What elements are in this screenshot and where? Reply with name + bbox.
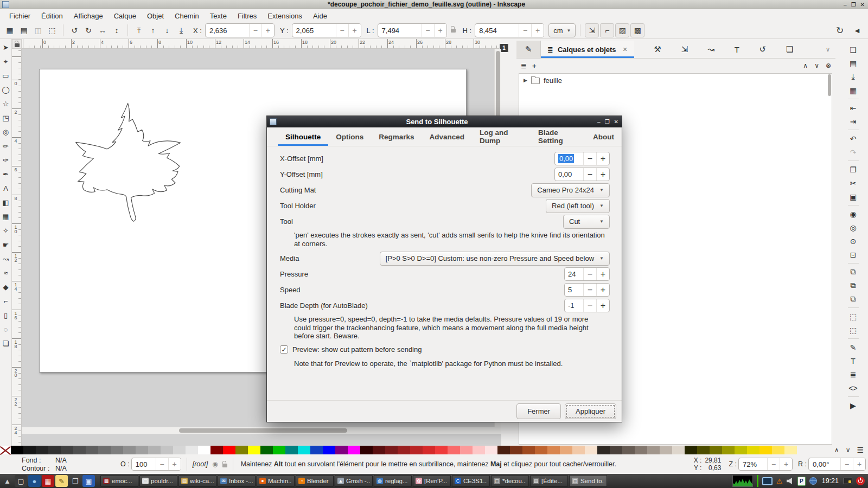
taskbar-window-decou[interactable]: ▢ *decou...	[491, 475, 529, 487]
clone-icon[interactable]: ⧉	[846, 279, 860, 292]
palette-swatch[interactable]	[435, 446, 448, 454]
tool-mesh[interactable]: ▦	[1, 210, 11, 223]
menu-item[interactable]: Fichier	[4, 10, 35, 22]
tab-layers-objects[interactable]: ≣ Calques et objets ✕	[541, 41, 634, 58]
taskbar-window-gmsh[interactable]: ▲ Gmsh -...	[335, 475, 373, 487]
palette-scroll-up-icon[interactable]: ∧	[834, 446, 839, 454]
menu-item[interactable]: Aide	[308, 10, 332, 22]
tool-spiral[interactable]: ◎	[1, 125, 11, 139]
close-button[interactable]: ✕	[860, 2, 865, 8]
menu-item[interactable]: Chemin	[170, 10, 204, 22]
taskbar-window-renpy[interactable]: ✿ [Ren'P...	[413, 475, 451, 487]
volume-warning-icon[interactable]: ⚠	[776, 477, 783, 485]
tool-connector[interactable]: ⌐	[1, 294, 11, 308]
menu-item[interactable]: Calque	[109, 10, 141, 22]
move-layer-down-icon[interactable]: ∨	[814, 62, 819, 69]
height-minus-button[interactable]: −	[519, 24, 531, 37]
palette-swatch[interactable]	[73, 446, 86, 454]
dialog-tab[interactable]: About	[585, 127, 622, 146]
palette-swatch[interactable]	[448, 446, 460, 454]
palette-swatch[interactable]	[86, 446, 98, 454]
scale-stroke-icon[interactable]: ⇲	[585, 23, 599, 37]
launcher-browser[interactable]: ●	[28, 475, 41, 487]
opacity-minus-button[interactable]: −	[156, 458, 168, 470]
speed-spinner[interactable]: 5 − +	[564, 283, 610, 297]
palette-swatch[interactable]	[585, 446, 597, 454]
dialog-maximize-button[interactable]: ❐	[605, 119, 610, 125]
zoom-input[interactable]: 72% − +	[738, 458, 793, 471]
deselect-icon[interactable]: ⬚	[846, 323, 860, 337]
canvas-gear-icon[interactable]: ⚙	[499, 425, 501, 435]
tool-calligraphy[interactable]: ✑	[1, 153, 11, 167]
print-icon[interactable]: ▦	[846, 84, 860, 97]
horizontal-scrollbar-thumb[interactable]	[179, 428, 347, 433]
rotation-minus-button[interactable]: −	[840, 458, 853, 470]
palette-swatch[interactable]	[11, 446, 23, 454]
close-tab-icon[interactable]: ✕	[623, 46, 628, 53]
palette-swatch[interactable]	[148, 446, 161, 454]
tool-holder-dropdown[interactable]: Red (left tool)▼	[546, 199, 610, 213]
palette-swatch[interactable]	[235, 446, 248, 454]
tool-node-editor[interactable]: ⌖	[1, 55, 11, 68]
palette-swatch[interactable]	[660, 446, 672, 454]
tool-tweak[interactable]: ↝	[1, 252, 11, 266]
xml-editor-icon[interactable]: <>	[846, 381, 860, 395]
dialog-tab[interactable]: Silhouette	[278, 127, 328, 146]
dock-objects-icon[interactable]: ❏	[786, 44, 793, 54]
pressure-spinner[interactable]: 24 − +	[564, 267, 610, 281]
scale-pattern-icon[interactable]: ▩	[630, 23, 644, 37]
y-offset-plus-button[interactable]: +	[596, 168, 609, 181]
more-icon[interactable]: ▶	[846, 399, 860, 412]
leaf-outline-drawing[interactable]	[54, 95, 194, 225]
no-color-swatch[interactable]	[0, 446, 11, 454]
palette-swatch[interactable]	[285, 446, 298, 454]
width-input[interactable]: 7,494 − +	[378, 23, 447, 37]
palette-swatch[interactable]	[111, 446, 123, 454]
new-document-icon[interactable]: ❏	[846, 43, 860, 56]
dialog-tab[interactable]: Blade Setting	[531, 127, 585, 146]
zoom-page-icon[interactable]: ⊙	[846, 234, 860, 248]
dialog-tab[interactable]: Regmarks	[371, 127, 422, 146]
taskbar-window-emoc[interactable]: ▦ emoc...	[100, 475, 138, 487]
tree-scrollbar[interactable]	[828, 74, 831, 96]
palette-swatch[interactable]	[248, 446, 260, 454]
palette-swatch[interactable]	[260, 446, 273, 454]
palette-swatch[interactable]	[36, 446, 48, 454]
deselect-icon[interactable]: ◫	[31, 24, 44, 37]
palette-swatch[interactable]	[747, 446, 760, 454]
rotation-input[interactable]: 0,00° − +	[808, 458, 866, 471]
taskbar-window-edite[interactable]: ▤ [Édite...	[530, 475, 568, 487]
x-offset-spinner[interactable]: 0,00 − +	[554, 152, 610, 165]
palette-swatch[interactable]	[273, 446, 285, 454]
screen-lock-icon[interactable]	[844, 478, 852, 484]
x-offset-minus-button[interactable]: −	[583, 152, 596, 165]
palette-swatch[interactable]	[360, 446, 373, 454]
palette-swatch[interactable]	[473, 446, 485, 454]
y-offset-spinner[interactable]: 0,00 − +	[554, 168, 610, 181]
palette-menu-icon[interactable]: ☰	[857, 446, 864, 454]
palette-swatch[interactable]	[547, 446, 560, 454]
palette-swatch[interactable]	[760, 446, 772, 454]
toggle-selection-box-icon[interactable]: ⬚	[46, 24, 59, 37]
move-layer-up-icon[interactable]: ∧	[803, 62, 808, 69]
launcher-windows[interactable]: ❐	[69, 475, 81, 487]
palette-swatch[interactable]	[597, 446, 610, 454]
lower-to-bottom-icon[interactable]: ⤓	[175, 24, 188, 37]
dock-history-icon[interactable]: ↺	[760, 44, 767, 54]
palette-swatch[interactable]	[98, 446, 111, 454]
tool-pages[interactable]: ❏	[1, 337, 11, 350]
save-icon[interactable]: ⤓	[846, 70, 860, 84]
cutting-mat-dropdown[interactable]: Cameo Pro 24x24▼	[531, 183, 610, 197]
ruler-corner[interactable]	[12, 39, 22, 49]
unit-dropdown[interactable]: cm▼	[548, 23, 576, 37]
zoom-plus-button[interactable]: +	[780, 458, 792, 470]
flip-vertical-icon[interactable]: ↕	[110, 24, 123, 37]
palette-swatch[interactable]	[535, 446, 547, 454]
media-dropdown[interactable]: [P>0 S>0 D>=0] Custom: use non-zero Pres…	[380, 252, 610, 266]
y-offset-minus-button[interactable]: −	[583, 168, 596, 181]
fill-stroke-icon[interactable]: ✎	[846, 341, 860, 354]
pressure-plus-button[interactable]: +	[596, 268, 609, 280]
tool-zoom[interactable]: ◌	[1, 323, 11, 336]
layer-feuille[interactable]: ▶ feuille	[519, 74, 832, 87]
rotation-plus-button[interactable]: +	[853, 458, 865, 470]
